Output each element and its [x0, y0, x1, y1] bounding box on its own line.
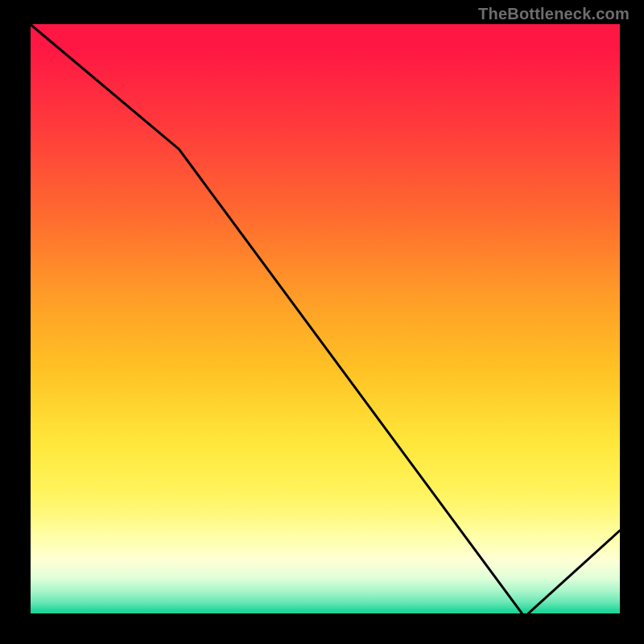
chart-curve	[24, 24, 620, 620]
watermark-text: TheBottleneck.com	[478, 5, 630, 23]
x-axis	[24, 613, 620, 620]
curve-line	[30, 24, 620, 617]
y-axis	[24, 24, 31, 620]
